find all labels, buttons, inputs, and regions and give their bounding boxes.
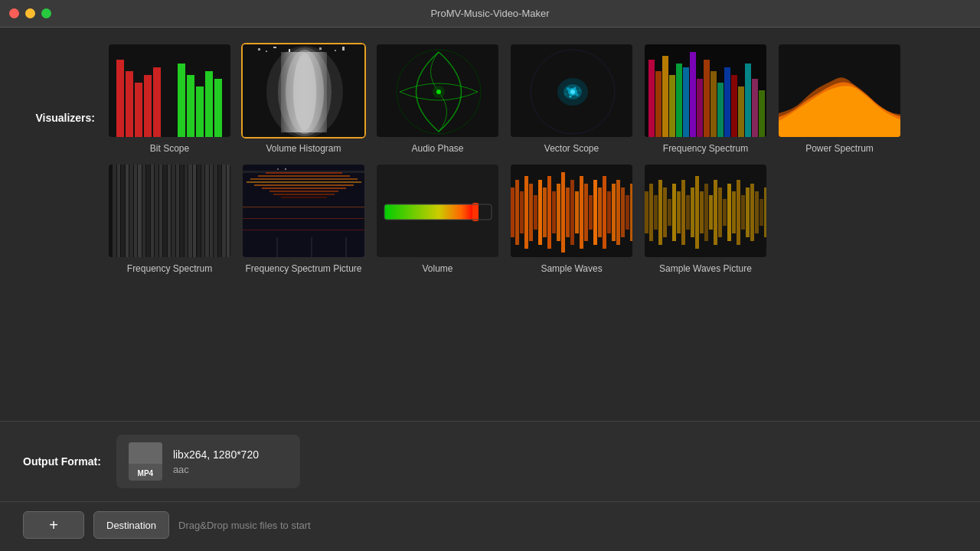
add-button[interactable]: +: [23, 511, 84, 539]
svg-rect-24: [342, 47, 345, 51]
svg-rect-147: [663, 187, 667, 237]
svg-rect-46: [669, 75, 675, 139]
svg-rect-112: [472, 203, 479, 221]
svg-point-39: [579, 90, 580, 91]
svg-rect-49: [690, 52, 696, 139]
viz-thumbnail-volume-histogram: [241, 43, 366, 139]
viz-item-power-spectrum[interactable]: Power Spectrum: [777, 43, 902, 154]
svg-rect-132: [589, 195, 593, 230]
viz-item-vector-scope[interactable]: Vector Scope: [509, 43, 634, 154]
svg-rect-167: [755, 191, 759, 233]
viz-label-volume-histogram: Volume Histogram: [266, 143, 341, 154]
svg-rect-151: [681, 180, 685, 245]
svg-point-36: [576, 93, 579, 96]
mp4-format-text: MP4: [138, 469, 154, 478]
visualizer-row-1: Bit Scope: [107, 43, 965, 154]
svg-rect-85: [210, 165, 213, 259]
svg-rect-74: [163, 165, 167, 259]
viz-thumbnail-sample-waves-picture: [643, 163, 768, 259]
minimize-button[interactable]: [25, 8, 35, 18]
svg-rect-7: [187, 75, 194, 139]
svg-rect-136: [607, 191, 611, 233]
svg-rect-103: [281, 197, 327, 198]
svg-rect-76: [172, 165, 175, 259]
svg-rect-18: [258, 48, 260, 51]
svg-rect-72: [155, 165, 158, 259]
svg-rect-96: [258, 175, 350, 177]
svg-rect-9: [205, 71, 213, 139]
viz-item-sample-waves-picture[interactable]: Sample Waves Picture: [643, 163, 768, 274]
svg-rect-129: [575, 191, 579, 233]
viz-label-bit-scope: Bit Scope: [150, 143, 189, 154]
svg-rect-3: [135, 83, 142, 139]
svg-rect-148: [668, 199, 671, 226]
svg-point-17: [266, 46, 343, 138]
svg-rect-166: [750, 184, 754, 241]
svg-rect-162: [732, 191, 736, 233]
viz-label-vector-scope: Vector Scope: [544, 143, 599, 154]
viz-item-volume-histogram[interactable]: Volume Histogram: [241, 43, 366, 154]
svg-rect-5: [153, 67, 161, 139]
svg-rect-135: [603, 176, 606, 249]
svg-rect-58: [752, 79, 758, 139]
svg-rect-97: [250, 178, 358, 180]
viz-thumbnail-power-spectrum: [777, 43, 902, 139]
svg-rect-100: [262, 187, 346, 189]
viz-label-frequency-spectrum-2: Frequency Spectrum: [127, 263, 212, 274]
viz-item-volume[interactable]: Volume: [375, 163, 500, 274]
maximize-button[interactable]: [41, 8, 51, 18]
format-box[interactable]: MP4 libx264, 980*551 aac: [116, 435, 300, 488]
svg-rect-118: [524, 176, 528, 249]
svg-rect-4: [144, 75, 152, 139]
viz-thumbnail-vector-scope: [509, 43, 634, 139]
destination-button[interactable]: Destination: [93, 511, 169, 539]
svg-rect-80: [188, 165, 192, 259]
titlebar: ProMV-Music-Video-Maker: [0, 0, 980, 28]
svg-rect-101: [270, 191, 338, 192]
svg-rect-66: [129, 165, 133, 259]
svg-rect-2: [126, 71, 133, 139]
svg-rect-122: [543, 187, 547, 237]
svg-point-35: [567, 87, 570, 90]
svg-rect-105: [243, 218, 366, 219]
viz-item-frequency-spectrum-2[interactable]: Frequency Spectrum: [107, 163, 232, 274]
svg-rect-88: [222, 165, 226, 259]
svg-rect-21: [289, 49, 290, 52]
output-format-row: Output Format: MP4 libx264, 980*551 aac: [0, 422, 980, 501]
svg-rect-157: [709, 195, 713, 230]
svg-rect-62: [113, 165, 116, 259]
viz-thumbnail-volume: [375, 163, 500, 259]
svg-rect-44: [655, 71, 662, 139]
svg-rect-73: [159, 165, 162, 259]
close-button[interactable]: [9, 8, 19, 18]
svg-rect-84: [205, 165, 209, 259]
svg-rect-45: [662, 56, 668, 139]
viz-label-power-spectrum: Power Spectrum: [805, 143, 874, 154]
svg-rect-8: [196, 86, 204, 139]
svg-rect-87: [218, 165, 221, 259]
viz-label-frequency-spectrum-picture: Frequency Spectrum Picture: [245, 263, 361, 274]
svg-rect-95: [266, 172, 342, 174]
viz-item-audio-phase[interactable]: Audio Phase: [375, 43, 500, 154]
add-icon: +: [49, 517, 58, 534]
svg-rect-43: [648, 60, 655, 139]
svg-rect-117: [520, 191, 524, 233]
svg-rect-79: [185, 165, 188, 259]
svg-rect-78: [180, 165, 184, 259]
viz-item-frequency-spectrum-picture[interactable]: Frequency Spectrum Picture: [241, 163, 366, 274]
viz-item-bit-scope[interactable]: Bit Scope: [107, 43, 232, 154]
bottom-bar: Output Format: MP4 libx264, 980*551 aac…: [0, 421, 980, 551]
svg-rect-146: [658, 180, 662, 245]
svg-rect-116: [515, 180, 519, 245]
svg-rect-145: [654, 195, 658, 230]
svg-rect-75: [168, 165, 171, 259]
viz-item-sample-waves[interactable]: Sample Waves: [509, 163, 634, 274]
svg-rect-93: [285, 168, 286, 170]
viz-thumbnail-bit-scope: [107, 43, 232, 139]
svg-rect-111: [384, 204, 475, 220]
svg-rect-161: [727, 184, 731, 241]
svg-rect-169: [764, 187, 768, 237]
drag-drop-text: Drag&Drop music files to start: [178, 520, 311, 531]
svg-rect-70: [146, 165, 150, 259]
viz-item-frequency-spectrum-1[interactable]: Frequency Spectrum: [643, 43, 768, 154]
